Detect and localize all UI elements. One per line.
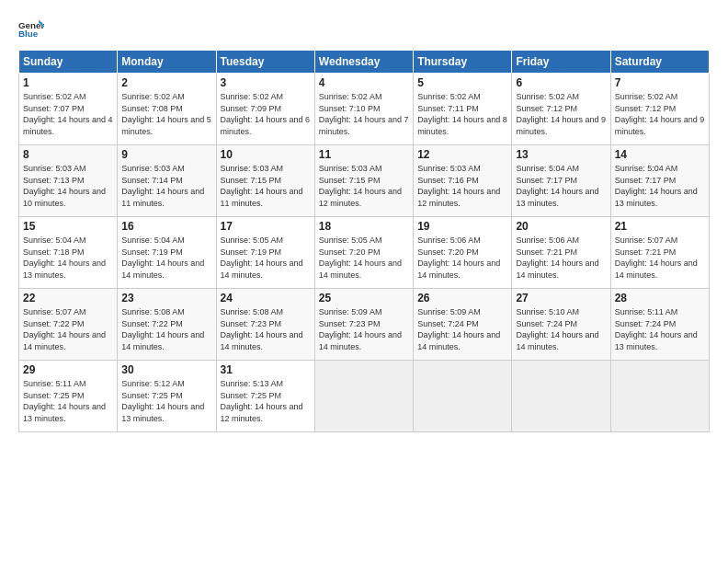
day-number: 9 <box>121 148 211 161</box>
day-info: Sunrise: 5:08 AMSunset: 7:22 PMDaylight:… <box>121 307 204 351</box>
day-info: Sunrise: 5:03 AMSunset: 7:15 PMDaylight:… <box>221 164 303 208</box>
calendar-cell: 14 Sunrise: 5:04 AMSunset: 7:17 PMDaylig… <box>610 145 709 217</box>
page: General Blue SundayMondayTuesdayWednesda… <box>0 0 728 563</box>
calendar-cell: 20 Sunrise: 5:06 AMSunset: 7:21 PMDaylig… <box>512 217 610 289</box>
day-info: Sunrise: 5:06 AMSunset: 7:21 PMDaylight:… <box>516 236 598 280</box>
calendar-cell: 26 Sunrise: 5:09 AMSunset: 7:24 PMDaylig… <box>414 289 512 361</box>
calendar-table: SundayMondayTuesdayWednesdayThursdayFrid… <box>18 50 710 432</box>
day-info: Sunrise: 5:07 AMSunset: 7:21 PMDaylight:… <box>615 236 698 280</box>
day-number: 14 <box>615 148 705 161</box>
day-number: 4 <box>319 76 409 89</box>
logo-icon: General Blue <box>18 17 44 42</box>
calendar-cell: 9 Sunrise: 5:03 AMSunset: 7:14 PMDayligh… <box>118 145 216 217</box>
day-number: 6 <box>516 76 606 89</box>
calendar-cell: 13 Sunrise: 5:04 AMSunset: 7:17 PMDaylig… <box>512 145 610 217</box>
calendar-cell: 5 Sunrise: 5:02 AMSunset: 7:11 PMDayligh… <box>414 74 512 145</box>
calendar-cell: 6 Sunrise: 5:02 AMSunset: 7:12 PMDayligh… <box>512 74 610 145</box>
calendar-cell: 11 Sunrise: 5:03 AMSunset: 7:15 PMDaylig… <box>314 145 413 217</box>
weekday-header-sunday: Sunday <box>19 51 118 74</box>
day-info: Sunrise: 5:02 AMSunset: 7:08 PMDaylight:… <box>121 92 211 136</box>
day-info: Sunrise: 5:03 AMSunset: 7:14 PMDaylight:… <box>121 164 204 208</box>
day-info: Sunrise: 5:05 AMSunset: 7:20 PMDaylight:… <box>319 236 402 280</box>
day-info: Sunrise: 5:07 AMSunset: 7:22 PMDaylight:… <box>23 307 106 351</box>
calendar-cell: 24 Sunrise: 5:08 AMSunset: 7:23 PMDaylig… <box>216 289 314 361</box>
calendar-cell: 19 Sunrise: 5:06 AMSunset: 7:20 PMDaylig… <box>414 217 512 289</box>
calendar-week-5: 29 Sunrise: 5:11 AMSunset: 7:25 PMDaylig… <box>19 361 710 432</box>
day-number: 13 <box>516 148 606 161</box>
day-info: Sunrise: 5:04 AMSunset: 7:19 PMDaylight:… <box>121 236 204 280</box>
day-number: 21 <box>615 220 705 233</box>
day-info: Sunrise: 5:04 AMSunset: 7:17 PMDaylight:… <box>615 164 698 208</box>
weekday-header-wednesday: Wednesday <box>314 51 413 74</box>
calendar-cell: 10 Sunrise: 5:03 AMSunset: 7:15 PMDaylig… <box>216 145 314 217</box>
day-number: 11 <box>319 148 409 161</box>
day-number: 18 <box>319 220 409 233</box>
day-info: Sunrise: 5:09 AMSunset: 7:24 PMDaylight:… <box>417 307 500 351</box>
day-info: Sunrise: 5:10 AMSunset: 7:24 PMDaylight:… <box>516 307 598 351</box>
calendar-cell: 17 Sunrise: 5:05 AMSunset: 7:19 PMDaylig… <box>216 217 314 289</box>
calendar-cell <box>314 361 413 432</box>
day-number: 29 <box>23 363 113 376</box>
day-info: Sunrise: 5:03 AMSunset: 7:16 PMDaylight:… <box>417 164 500 208</box>
calendar-cell: 18 Sunrise: 5:05 AMSunset: 7:20 PMDaylig… <box>314 217 413 289</box>
day-number: 25 <box>319 292 409 304</box>
day-number: 19 <box>417 220 507 233</box>
day-info: Sunrise: 5:02 AMSunset: 7:07 PMDaylight:… <box>23 92 113 136</box>
calendar-cell: 28 Sunrise: 5:11 AMSunset: 7:24 PMDaylig… <box>610 289 709 361</box>
day-number: 2 <box>121 76 211 89</box>
calendar-cell: 12 Sunrise: 5:03 AMSunset: 7:16 PMDaylig… <box>414 145 512 217</box>
weekday-header-friday: Friday <box>512 51 610 74</box>
day-info: Sunrise: 5:04 AMSunset: 7:18 PMDaylight:… <box>23 236 106 280</box>
day-number: 31 <box>221 363 311 376</box>
day-info: Sunrise: 5:02 AMSunset: 7:10 PMDaylight:… <box>319 92 409 136</box>
calendar-cell <box>512 361 610 432</box>
calendar-header-row: SundayMondayTuesdayWednesdayThursdayFrid… <box>19 51 710 74</box>
header: General Blue <box>18 17 710 42</box>
day-info: Sunrise: 5:08 AMSunset: 7:23 PMDaylight:… <box>221 307 303 351</box>
calendar-week-1: 1 Sunrise: 5:02 AMSunset: 7:07 PMDayligh… <box>19 74 710 145</box>
day-info: Sunrise: 5:02 AMSunset: 7:12 PMDaylight:… <box>516 92 606 136</box>
day-number: 7 <box>615 76 705 89</box>
day-info: Sunrise: 5:11 AMSunset: 7:25 PMDaylight:… <box>23 379 106 423</box>
calendar-cell: 30 Sunrise: 5:12 AMSunset: 7:25 PMDaylig… <box>118 361 216 432</box>
day-number: 5 <box>417 76 507 89</box>
calendar-cell: 4 Sunrise: 5:02 AMSunset: 7:10 PMDayligh… <box>314 74 413 145</box>
day-number: 27 <box>516 292 606 304</box>
day-number: 8 <box>23 148 113 161</box>
day-number: 16 <box>121 220 211 233</box>
day-info: Sunrise: 5:03 AMSunset: 7:13 PMDaylight:… <box>23 164 106 208</box>
calendar-cell: 2 Sunrise: 5:02 AMSunset: 7:08 PMDayligh… <box>118 74 216 145</box>
day-number: 26 <box>417 292 507 304</box>
day-info: Sunrise: 5:04 AMSunset: 7:17 PMDaylight:… <box>516 164 598 208</box>
weekday-header-tuesday: Tuesday <box>216 51 314 74</box>
calendar-week-3: 15 Sunrise: 5:04 AMSunset: 7:18 PMDaylig… <box>19 217 710 289</box>
day-info: Sunrise: 5:06 AMSunset: 7:20 PMDaylight:… <box>417 236 500 280</box>
day-number: 23 <box>121 292 211 304</box>
calendar-week-4: 22 Sunrise: 5:07 AMSunset: 7:22 PMDaylig… <box>19 289 710 361</box>
calendar-cell: 27 Sunrise: 5:10 AMSunset: 7:24 PMDaylig… <box>512 289 610 361</box>
weekday-header-saturday: Saturday <box>610 51 709 74</box>
calendar-cell <box>414 361 512 432</box>
day-number: 22 <box>23 292 113 304</box>
calendar-cell <box>610 361 709 432</box>
calendar-week-2: 8 Sunrise: 5:03 AMSunset: 7:13 PMDayligh… <box>19 145 710 217</box>
day-number: 15 <box>23 220 113 233</box>
svg-text:Blue: Blue <box>18 29 39 39</box>
day-info: Sunrise: 5:13 AMSunset: 7:25 PMDaylight:… <box>221 379 303 423</box>
day-number: 17 <box>221 220 311 233</box>
day-number: 28 <box>615 292 705 304</box>
calendar-cell: 1 Sunrise: 5:02 AMSunset: 7:07 PMDayligh… <box>19 74 118 145</box>
day-number: 10 <box>221 148 311 161</box>
calendar-cell: 15 Sunrise: 5:04 AMSunset: 7:18 PMDaylig… <box>19 217 118 289</box>
weekday-header-monday: Monday <box>118 51 216 74</box>
calendar-cell: 8 Sunrise: 5:03 AMSunset: 7:13 PMDayligh… <box>19 145 118 217</box>
day-info: Sunrise: 5:02 AMSunset: 7:11 PMDaylight:… <box>417 92 507 136</box>
calendar-cell: 31 Sunrise: 5:13 AMSunset: 7:25 PMDaylig… <box>216 361 314 432</box>
day-info: Sunrise: 5:03 AMSunset: 7:15 PMDaylight:… <box>319 164 402 208</box>
day-info: Sunrise: 5:11 AMSunset: 7:24 PMDaylight:… <box>615 307 698 351</box>
day-number: 12 <box>417 148 507 161</box>
day-info: Sunrise: 5:12 AMSunset: 7:25 PMDaylight:… <box>121 379 204 423</box>
day-number: 1 <box>23 76 113 89</box>
calendar-cell: 16 Sunrise: 5:04 AMSunset: 7:19 PMDaylig… <box>118 217 216 289</box>
calendar-cell: 3 Sunrise: 5:02 AMSunset: 7:09 PMDayligh… <box>216 74 314 145</box>
